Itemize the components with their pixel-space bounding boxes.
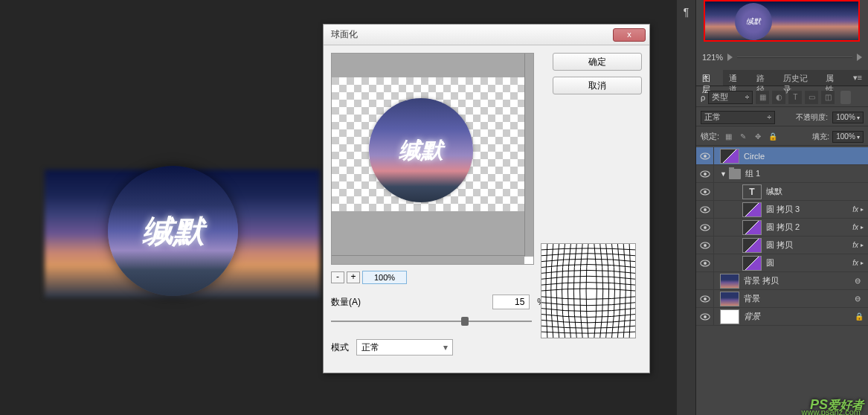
visibility-toggle[interactable] <box>696 237 714 254</box>
zoom-out-icon[interactable] <box>727 54 733 61</box>
layer-thumbnail <box>742 202 762 217</box>
ok-button[interactable]: 确定 <box>553 53 642 71</box>
layer-name[interactable]: 圆 <box>766 257 852 268</box>
layer-name[interactable]: 圆 拷贝 3 <box>766 204 852 215</box>
navigator-zoom-value[interactable]: 121% <box>702 53 723 62</box>
layer-thumbnail <box>742 256 762 271</box>
fx-badge[interactable]: fx <box>852 241 858 249</box>
layer-name[interactable]: 缄默 <box>766 186 864 197</box>
tab-channels[interactable]: 通道 <box>723 70 750 86</box>
svg-point-1 <box>704 155 707 158</box>
fx-expand-arrow[interactable]: ▸ <box>861 206 864 213</box>
visibility-toggle[interactable] <box>696 201 714 218</box>
preview-circle: 缄默 <box>369 98 473 202</box>
layer-name[interactable]: 组 1 <box>745 168 864 179</box>
layer-row[interactable]: 背景 拷贝⊖ <box>696 272 868 290</box>
filter-smartobj-icon[interactable]: ◫ <box>821 91 835 104</box>
layer-filter-bar: ρ 类型 ▦ ◐ T ▭ ◫ <box>696 88 868 107</box>
paragraph-panel-icon[interactable]: ¶ <box>677 6 695 18</box>
layer-name[interactable]: 背景 <box>744 293 855 304</box>
filter-text-icon[interactable]: T <box>788 91 802 104</box>
layer-name[interactable]: 圆 拷贝 2 <box>766 222 852 233</box>
preview-scrollbar-horizontal[interactable] <box>332 255 524 264</box>
filter-pixel-icon[interactable]: ▦ <box>756 91 769 104</box>
blend-mode-select[interactable]: 正常 <box>701 111 775 124</box>
slider-thumb[interactable] <box>461 317 469 326</box>
layer-thumbnail <box>720 309 739 324</box>
amount-slider[interactable] <box>331 315 532 327</box>
group-expand-arrow[interactable]: ▼ <box>720 170 729 178</box>
layer-row[interactable]: 圆 拷贝fx▸ <box>696 237 868 254</box>
amount-label: 数量(A) <box>331 296 376 309</box>
zoom-in-button[interactable]: + <box>347 271 360 283</box>
visibility-toggle[interactable] <box>696 147 714 164</box>
filter-shape-icon[interactable]: ▭ <box>805 91 818 104</box>
cancel-button[interactable]: 取消 <box>553 77 642 94</box>
visibility-toggle[interactable] <box>696 254 714 271</box>
canvas-document[interactable]: 缄默 <box>45 170 320 297</box>
fx-expand-arrow[interactable]: ▸ <box>861 260 864 266</box>
dialog-titlebar[interactable]: 球面化 x <box>324 25 649 45</box>
preview-scrollbar-vertical[interactable] <box>524 54 533 257</box>
layer-row[interactable]: Circle <box>696 147 868 165</box>
tab-history[interactable]: 历史记录 <box>777 70 820 86</box>
layer-thumbnail <box>720 274 739 289</box>
filter-preview[interactable]: 缄默 <box>331 53 534 265</box>
mode-select[interactable]: 正常 <box>356 339 453 356</box>
lock-label: 锁定: <box>701 131 719 142</box>
layer-name[interactable]: 圆 拷贝 <box>766 239 852 251</box>
layer-row[interactable]: 圆 拷贝 3fx▸ <box>696 201 868 219</box>
fx-expand-arrow[interactable]: ▸ <box>861 242 864 248</box>
tab-paths[interactable]: 路径 <box>750 70 777 86</box>
svg-point-13 <box>704 262 707 265</box>
lock-position-icon[interactable]: ✥ <box>752 131 764 143</box>
tab-layers[interactable]: 图层 <box>696 70 723 86</box>
zoom-out-button[interactable]: - <box>331 271 344 283</box>
visibility-toggle[interactable] <box>696 183 714 200</box>
visibility-toggle[interactable] <box>696 219 714 236</box>
layer-thumbnail <box>720 149 739 164</box>
visibility-toggle[interactable] <box>696 165 714 182</box>
layer-row[interactable]: 圆fx▸ <box>696 254 868 272</box>
visibility-toggle[interactable] <box>696 290 714 307</box>
visibility-toggle[interactable] <box>696 308 714 325</box>
lock-icon: 🔒 <box>855 312 864 321</box>
tab-properties[interactable]: 属性 <box>820 70 846 86</box>
right-panels: ¶ 缄默 121% 图层 通道 路径 历史记录 属性 ▾≡ ρ 类型 ▦ ◐ T… <box>695 0 868 415</box>
fx-expand-arrow[interactable]: ▸ <box>861 224 864 231</box>
layer-name[interactable]: Circle <box>744 152 864 161</box>
fx-badge[interactable]: fx <box>852 259 858 267</box>
close-button[interactable]: x <box>613 28 646 42</box>
filter-adjust-icon[interactable]: ◐ <box>772 91 785 104</box>
amount-input[interactable] <box>492 295 530 309</box>
layer-thumbnail <box>720 292 739 306</box>
fx-badge[interactable]: fx <box>852 205 858 213</box>
layer-thumbnail <box>742 238 762 253</box>
lock-pixels-icon[interactable]: ✎ <box>737 131 749 143</box>
lock-all-icon[interactable]: 🔒 <box>767 131 779 143</box>
layer-row[interactable]: ▼组 1 <box>696 165 868 183</box>
collapsed-panel-strip[interactable]: ¶ <box>677 0 696 415</box>
filter-toggle[interactable] <box>840 91 851 104</box>
zoom-slider[interactable] <box>737 57 852 58</box>
fill-value[interactable]: 100% <box>832 131 864 143</box>
fill-label: 填充: <box>812 132 829 142</box>
fx-badge[interactable]: fx <box>852 223 858 231</box>
lock-transparent-icon[interactable]: ▦ <box>722 131 734 143</box>
zoom-value[interactable]: 100% <box>362 271 407 284</box>
layer-row[interactable]: 背景⊖ <box>696 290 868 308</box>
layer-row[interactable]: 背景🔒 <box>696 308 868 326</box>
opacity-value[interactable]: 100% <box>832 112 864 123</box>
spherize-grid-preview <box>541 243 636 338</box>
filter-kind-select[interactable]: 类型 <box>708 91 753 104</box>
navigator-thumbnail[interactable]: 缄默 <box>704 0 860 42</box>
layer-row[interactable]: 圆 拷贝 2fx▸ <box>696 219 868 237</box>
svg-point-15 <box>704 297 707 300</box>
zoom-in-icon[interactable] <box>857 54 862 61</box>
layer-name[interactable]: 背景 <box>744 311 855 322</box>
layer-thumbnail <box>742 220 762 235</box>
visibility-toggle[interactable] <box>696 272 714 289</box>
layer-row[interactable]: T缄默 <box>696 183 868 201</box>
layer-name[interactable]: 背景 拷贝 <box>744 275 855 286</box>
panel-menu-icon[interactable]: ▾≡ <box>847 70 868 86</box>
